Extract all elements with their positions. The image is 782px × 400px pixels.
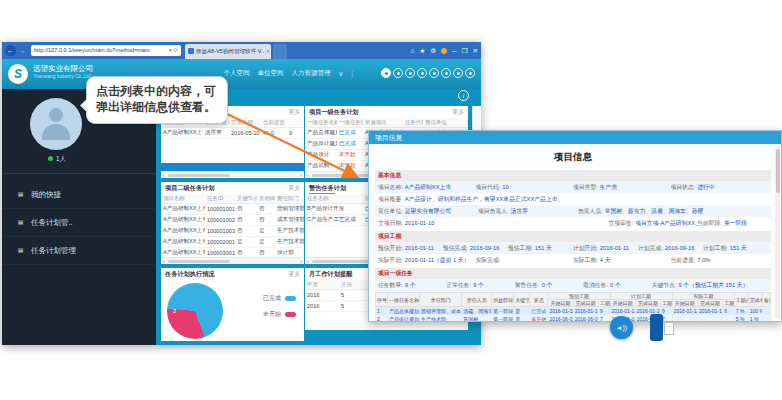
- table-row[interactable]: A产品研制XX上市100001003 否是 生产技术部: [161, 226, 304, 237]
- scroll-right-icon[interactable]: ›: [300, 258, 302, 264]
- scroll-left-icon[interactable]: ‹: [307, 258, 309, 264]
- field-row: 预估开始:2016-01-11预估完成:2016-09-16预估工期:151 天…: [375, 242, 771, 254]
- field-value[interactable]: 2016-01-11: [405, 245, 434, 251]
- nav-personal-space[interactable]: 个人空间: [224, 69, 250, 78]
- sidebar-item[interactable]: ▤ 我的快捷: [2, 181, 156, 209]
- sub-header: 工期: [723, 300, 735, 307]
- online-count: 1人: [56, 155, 66, 162]
- legend-item[interactable]: 未开始: [263, 310, 296, 319]
- avatar[interactable]: [30, 98, 82, 150]
- company-name-block: 远望实业有限公司 Yuanwang Industry Co.,Ltd.: [33, 64, 93, 79]
- address-bar[interactable]: ▾ ⟳ http://127.0.0.1/seeyon/main.do?meth…: [31, 45, 181, 56]
- header-menu-icon-8[interactable]: [465, 68, 475, 78]
- field-value[interactable]: 汤世界: [511, 208, 528, 214]
- sidebar-item[interactable]: ▤ 任务计划管..: [2, 209, 156, 237]
- popup-vertical-scrollbar[interactable]: [775, 146, 780, 319]
- field-value[interactable]: 9 个: [473, 282, 484, 288]
- table-row[interactable]: A产品研制XX上市100001002 否否 成本管理部: [161, 215, 304, 226]
- table-row[interactable]: A产品研制XX上市100001001 否否 营销管理部: [161, 204, 304, 215]
- forward-button[interactable]: →: [17, 45, 28, 56]
- field: 关键节点:9 个（预估工期共 151 天）: [652, 281, 768, 290]
- field-value[interactable]: 2016-01-10: [405, 220, 435, 226]
- field-value[interactable]: 2016-09-16: [470, 245, 500, 251]
- more-link[interactable]: 更多: [288, 268, 300, 280]
- header-menu-icon-1[interactable]: [381, 68, 391, 78]
- header-menu-icon-7[interactable]: [453, 68, 463, 78]
- field-value[interactable]: 9 个（预估工期共 151 天）: [679, 282, 749, 288]
- field-value[interactable]: 进行中: [697, 184, 714, 190]
- legend-swatch-icon: [285, 312, 296, 317]
- info-icon[interactable]: i: [458, 90, 469, 101]
- field-value[interactable]: 9 个: [405, 282, 416, 288]
- new-tab-button[interactable]: [273, 44, 287, 59]
- field-value[interactable]: A产品设计、研制和样品生产，有望XX单品正式XX产品上市。: [405, 196, 563, 202]
- field-label: 实际开始:: [378, 257, 403, 263]
- ie-favorites-icon[interactable]: ★: [419, 42, 425, 59]
- field: 立项审批:项目立项-A产品研制XX上市-2016-01-10: [608, 219, 697, 228]
- player-bar[interactable]: [650, 314, 663, 341]
- popup-heading: 项目信息: [375, 151, 771, 164]
- field: 责任单位:远望实业有限公司: [378, 207, 478, 216]
- feedback-smiley-icon[interactable]: [441, 48, 447, 54]
- scroll-left-icon[interactable]: ‹: [163, 258, 165, 264]
- panel-title: 任务计划执行情况: [165, 270, 215, 277]
- table-row[interactable]: A产品研制XX上市100002001 是是 生产技术部: [161, 237, 304, 248]
- speaker-button[interactable]: ◄)): [610, 316, 633, 339]
- ie-home-icon[interactable]: ⌂: [411, 42, 415, 59]
- scroll-thumb[interactable]: [168, 260, 231, 263]
- field: 正常任务:9 个: [446, 281, 514, 290]
- field-value[interactable]: 常国树、蔡克力、温馨、周海车、孙耀: [605, 208, 704, 214]
- scroll-left-icon[interactable]: ‹: [163, 172, 165, 178]
- back-button[interactable]: ←: [5, 45, 16, 56]
- field-label: 责任单位:: [378, 208, 403, 214]
- minimize-button[interactable]: ─: [452, 42, 457, 59]
- task-row[interactable]: 2 产品设计规划 生产技术部 常国树 第一阶段 是 未开始 2016-06-01…: [376, 315, 771, 322]
- tab-close-icon[interactable]: ×: [266, 48, 269, 54]
- field-value[interactable]: 4 天: [600, 257, 611, 263]
- header-menu-icon-3[interactable]: [405, 68, 415, 78]
- address-bar-icons[interactable]: ▾ ⟳: [169, 45, 178, 56]
- header-menu-icon-6[interactable]: [441, 68, 451, 78]
- field-value[interactable]: 2016-01-11（提前 1 天）: [405, 257, 470, 263]
- browser-tab[interactable]: 致远A8-V5协同管理软件 V..×: [185, 44, 271, 59]
- company-name: 远望实业有限公司: [33, 64, 93, 74]
- field-value[interactable]: 第一阶段: [724, 220, 747, 226]
- sidebar-item-label: 任务计划管理: [31, 246, 76, 256]
- popup-titlebar[interactable]: 项目信息: [369, 131, 781, 144]
- header-menu-icon-4[interactable]: [417, 68, 427, 78]
- field-row: 项目名称:A产品研制XX上市项目代码:10项目类型:生产类项目状态:进行中: [375, 181, 771, 193]
- field-label: 项目概要:: [378, 196, 403, 202]
- field-value[interactable]: 2016-01-11: [600, 245, 629, 251]
- field-value[interactable]: 151 天: [535, 245, 552, 251]
- task-row[interactable]: 1 产品总体规划 营销管理部、成本管理部、生产技术部 汤霞、周海车、李想 第一阶…: [376, 307, 771, 315]
- field-value[interactable]: 2016-09-16: [665, 245, 695, 251]
- sidebar-item-label: 任务计划管..: [31, 218, 73, 228]
- sub-header: 工期: [598, 300, 610, 307]
- field-value[interactable]: 7.0%: [697, 257, 710, 263]
- field-value[interactable]: 151 天: [730, 245, 747, 251]
- chevron-down-icon[interactable]: ∨: [339, 70, 344, 78]
- header-menu-icon-2[interactable]: [393, 68, 403, 78]
- nav-org-space[interactable]: 单位空间: [258, 69, 284, 78]
- field-value[interactable]: 生产类: [600, 184, 617, 190]
- field-value[interactable]: 0 个: [542, 282, 553, 288]
- ie-settings-icon[interactable]: ⚙: [430, 42, 436, 59]
- player-dropdown[interactable]: ˇ: [664, 322, 674, 335]
- more-link[interactable]: 更多: [452, 106, 464, 118]
- header-menu-icon-5[interactable]: [429, 68, 439, 78]
- field-value[interactable]: 远望实业有限公司: [405, 208, 451, 214]
- close-button[interactable]: ✕: [473, 42, 478, 59]
- field-value[interactable]: 项目立项-A产品研制XX上市-2016-01-10: [635, 220, 697, 226]
- maximize-button[interactable]: ❐: [462, 42, 468, 59]
- field-value[interactable]: 10: [502, 184, 508, 190]
- field-label: 当前进度:: [671, 257, 696, 263]
- popup-scroll-thumb[interactable]: [776, 149, 780, 193]
- field-value[interactable]: 0 个: [610, 282, 621, 288]
- legend-label: 已完成: [263, 294, 281, 303]
- sub-header: 完成日期: [697, 300, 722, 307]
- legend-item[interactable]: 已完成: [263, 294, 296, 303]
- field-value[interactable]: A产品研制XX上市: [405, 184, 451, 190]
- sidebar-item[interactable]: ▤ 任务计划管理: [2, 237, 156, 265]
- horizontal-scrollbar[interactable]: ‹ ›: [161, 257, 304, 264]
- nav-hr[interactable]: 人力资源管理: [292, 69, 331, 78]
